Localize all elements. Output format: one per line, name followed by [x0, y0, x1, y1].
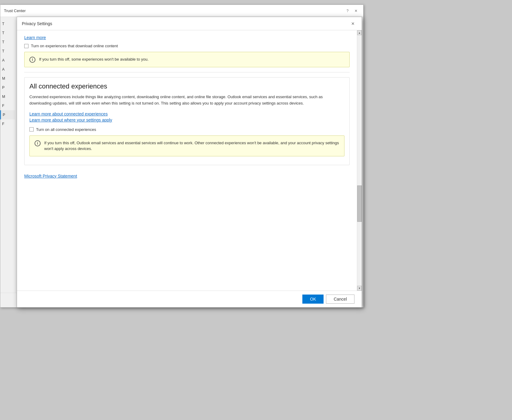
- info-box-1-text: If you turn this off, some experiences w…: [39, 56, 148, 62]
- download-content-checkbox-row: Turn on experiences that download online…: [24, 44, 350, 48]
- titlebar-controls: ? ✕: [344, 7, 360, 15]
- all-connected-checkbox[interactable]: [29, 127, 34, 132]
- info-icon-1: i: [29, 57, 35, 63]
- section-divider: [24, 72, 350, 72]
- privacy-settings-dialog: Privacy Settings ✕ Learn more Turn on ex…: [17, 17, 362, 308]
- connected-links-group: Learn more about connected experiences L…: [29, 112, 344, 122]
- sidebar-item-8[interactable]: P: [0, 83, 15, 92]
- scroll-thumb-area: [357, 35, 362, 286]
- trust-center-sidebar: T T T T A A M P M F P F: [0, 17, 15, 307]
- download-content-label: Turn on experiences that download online…: [31, 44, 118, 48]
- info-box-2-text: If you turn this off, Outlook email serv…: [44, 140, 339, 152]
- sidebar-item-2[interactable]: T: [0, 28, 15, 38]
- trust-center-title: Trust Center: [4, 8, 26, 13]
- privacy-close-button[interactable]: ✕: [349, 20, 357, 28]
- sidebar-item-4[interactable]: T: [0, 47, 15, 56]
- privacy-ok-button[interactable]: OK: [302, 295, 324, 304]
- all-connected-description: Connected experiences include things lik…: [29, 94, 344, 107]
- sidebar-item-6[interactable]: A: [0, 65, 15, 74]
- info-icon-2: i: [35, 140, 41, 146]
- all-connected-section: All connected experiences Connected expe…: [24, 77, 350, 165]
- sidebar-item-5[interactable]: A: [0, 56, 15, 65]
- all-connected-checkbox-label: Turn on all connected experiences: [36, 127, 96, 132]
- sidebar-item-7[interactable]: M: [0, 74, 15, 83]
- privacy-titlebar: Privacy Settings ✕: [17, 17, 362, 30]
- sidebar-item-3[interactable]: T: [0, 38, 15, 47]
- scroll-up-button[interactable]: ▲: [357, 30, 362, 35]
- scroll-down-button[interactable]: ▼: [357, 286, 362, 291]
- sidebar-item-privacy[interactable]: P: [0, 110, 15, 119]
- trust-center-close-button[interactable]: ✕: [352, 7, 360, 15]
- privacy-content-area: Learn more Turn on experiences that down…: [17, 30, 362, 291]
- download-content-checkbox[interactable]: [24, 44, 28, 48]
- scroll-track: ▲ ▼: [357, 30, 362, 291]
- privacy-cancel-button[interactable]: Cancel: [326, 295, 354, 304]
- info-box-1: i If you turn this off, some experiences…: [24, 52, 350, 67]
- trust-center-titlebar: Trust Center ? ✕: [0, 5, 363, 17]
- sidebar-item-10[interactable]: F: [0, 101, 15, 110]
- learn-more-link[interactable]: Learn more: [24, 35, 46, 40]
- footer-area: Microsoft Privacy Statement: [24, 170, 350, 182]
- privacy-dialog-title: Privacy Settings: [22, 21, 52, 26]
- learn-more-connected-link[interactable]: Learn more about connected experiences: [29, 112, 344, 116]
- sidebar-item-9[interactable]: M: [0, 92, 15, 101]
- sidebar-item-1[interactable]: T: [0, 19, 15, 28]
- help-button[interactable]: ?: [344, 7, 351, 15]
- scroll-thumb[interactable]: [357, 185, 362, 222]
- privacy-footer: OK Cancel: [17, 291, 362, 307]
- info-box-2: i If you turn this off, Outlook email se…: [29, 135, 344, 156]
- privacy-scrollable-content[interactable]: Learn more Turn on experiences that down…: [17, 30, 357, 291]
- all-connected-checkbox-row: Turn on all connected experiences: [29, 127, 344, 132]
- microsoft-privacy-link[interactable]: Microsoft Privacy Statement: [24, 174, 77, 178]
- section-top: Learn more Turn on experiences that down…: [24, 35, 350, 67]
- sidebar-item-12[interactable]: F: [0, 119, 15, 128]
- learn-more-settings-link[interactable]: Learn more about where your settings app…: [29, 118, 344, 122]
- all-connected-heading: All connected experiences: [29, 82, 344, 90]
